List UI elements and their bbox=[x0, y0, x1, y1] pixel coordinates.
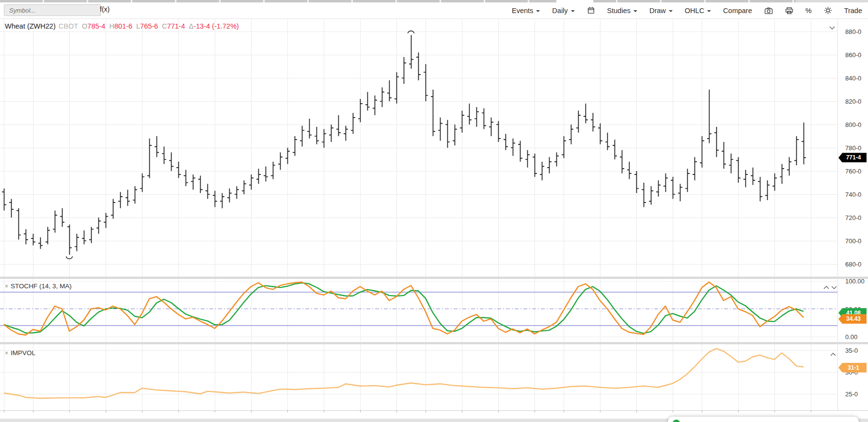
impvol-axis-label: 25-0 bbox=[845, 391, 858, 398]
status-dot-icon bbox=[673, 420, 680, 422]
price-axis-label: 800-0 bbox=[845, 121, 861, 128]
price-axis-label: 820-0 bbox=[845, 98, 861, 105]
stochf-panel-collapse-chevron-down-icon[interactable] bbox=[831, 283, 838, 289]
impvol-label-text: IMPVOL bbox=[11, 349, 35, 357]
instrument-name: Wheat (ZWH22) bbox=[5, 22, 56, 30]
impvol-study-label: ×IMPVOL bbox=[5, 349, 35, 357]
quote-field-key: L bbox=[136, 22, 140, 30]
quote-field-key: H bbox=[109, 22, 114, 30]
impvol-panel-expand-chevron-up-icon[interactable] bbox=[830, 350, 837, 356]
price-axis-label: 700-0 bbox=[845, 237, 861, 245]
last-price-badge: 771-4 bbox=[838, 153, 867, 162]
quote-header: Wheat (ZWH22)CBOTO785-4H801-6L765-6C771-… bbox=[5, 22, 239, 30]
price-axis-label: 680-0 bbox=[845, 261, 861, 268]
quote-field-value: 801-6 bbox=[114, 22, 132, 30]
bottom-right-popup[interactable] bbox=[668, 417, 859, 422]
chart-canvas[interactable] bbox=[0, 0, 868, 422]
quote-field-value: 785-4 bbox=[87, 22, 105, 30]
grid-and-levels bbox=[0, 18, 868, 412]
stochf-panel-expand-chevron-up-icon[interactable] bbox=[823, 283, 830, 289]
price-axis-label: 720-0 bbox=[845, 214, 861, 221]
impvol-value-badge: 31-1 bbox=[838, 363, 867, 373]
quote-field-value: 765-6 bbox=[140, 22, 158, 30]
price-panel-collapse-chevron-down-icon[interactable] bbox=[829, 23, 836, 29]
ohlc-bars bbox=[2, 35, 806, 255]
price-axis-label: 860-0 bbox=[845, 51, 861, 59]
stochf-axis-label: 100.00 bbox=[845, 278, 865, 285]
price-axis-label: 780-0 bbox=[845, 144, 861, 152]
stochf-label-text: STOCHF (14, 3, MA) bbox=[11, 282, 72, 290]
quote-field-key: O bbox=[82, 22, 87, 30]
quote-field-key: Δ bbox=[189, 22, 194, 30]
impvol-line bbox=[4, 348, 804, 398]
quote-field-value: 771-4 bbox=[167, 22, 185, 30]
price-axis-label: 840-0 bbox=[845, 75, 861, 82]
price-axis-label: 740-0 bbox=[845, 191, 861, 198]
close-icon[interactable]: × bbox=[5, 350, 8, 357]
impvol-axis-label: 35-0 bbox=[845, 347, 858, 354]
close-icon[interactable]: × bbox=[5, 283, 8, 290]
stochf-value-badge: 34.43 bbox=[838, 314, 867, 324]
quote-field-value: -13-4 (-1.72%) bbox=[193, 22, 238, 30]
quote-field-key: C bbox=[162, 22, 167, 30]
stochf-axis-label: 0.00 bbox=[845, 333, 857, 341]
exchange-name: CBOT bbox=[59, 22, 78, 30]
stochf-study-label: ×STOCHF (14, 3, MA) bbox=[5, 282, 72, 290]
price-axis-label: 880-0 bbox=[845, 28, 861, 35]
price-axis-label: 760-0 bbox=[845, 168, 861, 175]
